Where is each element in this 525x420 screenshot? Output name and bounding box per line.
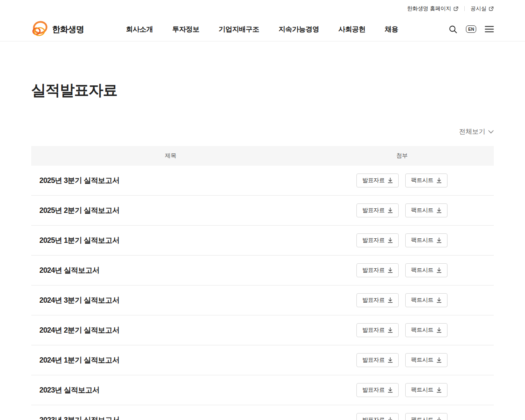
external-link-icon	[488, 6, 494, 11]
download-icon	[436, 267, 442, 273]
download-icon	[436, 417, 442, 420]
report-title-cell: 2025년 3분기 실적보고서	[31, 176, 310, 185]
table-row: 2024년 3분기 실적보고서 발표자료 팩트시트	[31, 285, 494, 315]
attachment-cell: 발표자료 팩트시트	[310, 263, 494, 277]
homepage-link-label: 한화생명 홈페이지	[407, 5, 451, 12]
table-row: 2023년 실적보고서 발표자료 팩트시트	[31, 375, 494, 405]
download-icon	[388, 237, 393, 243]
presentation-download-button[interactable]: 발표자료	[356, 413, 399, 420]
filter-dropdown[interactable]: 전체보기	[459, 128, 494, 136]
report-title: 2025년 2분기 실적보고서	[39, 206, 119, 215]
factsheet-button-label: 팩트시트	[411, 267, 434, 274]
presentation-download-button[interactable]: 발표자료	[356, 203, 399, 217]
presentation-download-button[interactable]: 발표자료	[356, 353, 399, 367]
presentation-button-label: 발표자료	[362, 267, 385, 274]
attachment-cell: 발표자료 팩트시트	[310, 383, 494, 397]
presentation-download-button[interactable]: 발표자료	[356, 263, 399, 277]
factsheet-download-button[interactable]: 팩트시트	[405, 173, 447, 187]
disclosure-link-label: 공시실	[470, 5, 486, 12]
nav-item-governance[interactable]: 기업지배구조	[219, 25, 259, 34]
attachment-cell: 발표자료 팩트시트	[310, 293, 494, 307]
column-header-title: 제목	[31, 152, 310, 160]
presentation-button-label: 발표자료	[362, 297, 385, 304]
attachment-cell: 발표자료 팩트시트	[310, 203, 494, 217]
hanwha-logo[interactable]: 한화생명	[31, 20, 84, 38]
report-title: 2024년 1분기 실적보고서	[39, 356, 119, 364]
download-icon	[436, 178, 442, 183]
download-icon	[388, 417, 393, 420]
report-title-cell: 2023년 실적보고서	[31, 385, 310, 395]
presentation-button-label: 발표자료	[362, 177, 385, 184]
presentation-button-label: 발표자료	[362, 386, 385, 394]
presentation-download-button[interactable]: 발표자료	[356, 233, 399, 247]
disclosure-external-link[interactable]: 공시실	[470, 5, 494, 12]
download-icon	[436, 208, 442, 213]
attachment-cell: 발표자료 팩트시트	[310, 413, 494, 420]
factsheet-download-button[interactable]: 팩트시트	[405, 413, 447, 420]
download-icon	[436, 237, 442, 243]
factsheet-button-label: 팩트시트	[411, 297, 434, 304]
presentation-button-label: 발표자료	[362, 207, 385, 214]
presentation-button-label: 발표자료	[362, 416, 385, 420]
download-icon	[388, 357, 393, 363]
nav-item-recruit[interactable]: 채용	[385, 25, 398, 34]
table-row: 2025년 1분기 실적보고서 발표자료 팩트시트	[31, 226, 494, 256]
presentation-download-button[interactable]: 발표자료	[356, 383, 399, 397]
column-header-attachment: 첨부	[310, 152, 494, 160]
download-icon	[388, 327, 393, 333]
attachment-cell: 발표자료 팩트시트	[310, 323, 494, 337]
presentation-download-button[interactable]: 발표자료	[356, 173, 399, 187]
nav-item-investor[interactable]: 투자정보	[172, 25, 199, 34]
hanwha-tricircle-icon	[31, 20, 48, 38]
report-title-cell: 2024년 2분기 실적보고서	[31, 325, 310, 335]
factsheet-download-button[interactable]: 팩트시트	[405, 293, 447, 307]
report-title: 2024년 실적보고서	[39, 266, 99, 274]
factsheet-download-button[interactable]: 팩트시트	[405, 353, 447, 367]
report-title: 2023년 실적보고서	[39, 386, 99, 394]
factsheet-download-button[interactable]: 팩트시트	[405, 323, 447, 337]
download-icon	[388, 387, 393, 393]
factsheet-button-label: 팩트시트	[411, 207, 434, 214]
factsheet-download-button[interactable]: 팩트시트	[405, 203, 447, 217]
nav-item-social[interactable]: 사회공헌	[338, 25, 365, 34]
report-title: 2024년 3분기 실적보고서	[39, 296, 119, 304]
table-row: 2024년 2분기 실적보고서 발표자료 팩트시트	[31, 315, 494, 345]
presentation-button-label: 발표자료	[362, 326, 385, 334]
page-title: 실적발표자료	[31, 80, 494, 100]
nav-item-company[interactable]: 회사소개	[126, 25, 153, 34]
report-title-cell: 2024년 3분기 실적보고서	[31, 295, 310, 305]
download-icon	[436, 387, 442, 393]
factsheet-button-label: 팩트시트	[411, 326, 434, 334]
download-icon	[388, 178, 393, 183]
filter-row: 전체보기	[31, 128, 494, 136]
external-link-icon	[453, 6, 459, 11]
report-title-cell: 2024년 실적보고서	[31, 265, 310, 275]
report-title-cell: 2023년 3분기 실적보고서	[31, 415, 310, 420]
menu-button[interactable]	[485, 26, 494, 32]
table-row: 2024년 1분기 실적보고서 발표자료 팩트시트	[31, 345, 494, 375]
download-icon	[436, 327, 442, 333]
download-icon	[436, 297, 442, 303]
filter-label: 전체보기	[459, 128, 485, 136]
reports-table: 제목 첨부 2025년 3분기 실적보고서 발표자료 팩트시트 202	[31, 146, 494, 420]
presentation-download-button[interactable]: 발표자료	[356, 293, 399, 307]
presentation-button-label: 발표자료	[362, 356, 385, 364]
factsheet-button-label: 팩트시트	[411, 177, 434, 184]
factsheet-download-button[interactable]: 팩트시트	[405, 233, 447, 247]
homepage-external-link[interactable]: 한화생명 홈페이지	[407, 5, 459, 12]
report-title: 2024년 2분기 실적보고서	[39, 326, 119, 334]
search-button[interactable]	[449, 25, 457, 34]
factsheet-button-label: 팩트시트	[411, 356, 434, 364]
download-icon	[388, 297, 393, 303]
download-icon	[388, 208, 393, 213]
factsheet-download-button[interactable]: 팩트시트	[405, 383, 447, 397]
table-row: 2023년 3분기 실적보고서 발표자료 팩트시트	[31, 405, 494, 420]
report-title: 2023년 3분기 실적보고서	[39, 416, 119, 420]
header-icons: EN	[449, 25, 494, 34]
factsheet-download-button[interactable]: 팩트시트	[405, 263, 447, 277]
presentation-download-button[interactable]: 발표자료	[356, 323, 399, 337]
main-header: 한화생명 회사소개 투자정보 기업지배구조 지속가능경영 사회공헌 채용 EN	[0, 17, 525, 41]
search-icon	[449, 25, 457, 34]
language-toggle-button[interactable]: EN	[466, 25, 476, 33]
nav-item-sustainability[interactable]: 지속가능경영	[278, 25, 319, 34]
